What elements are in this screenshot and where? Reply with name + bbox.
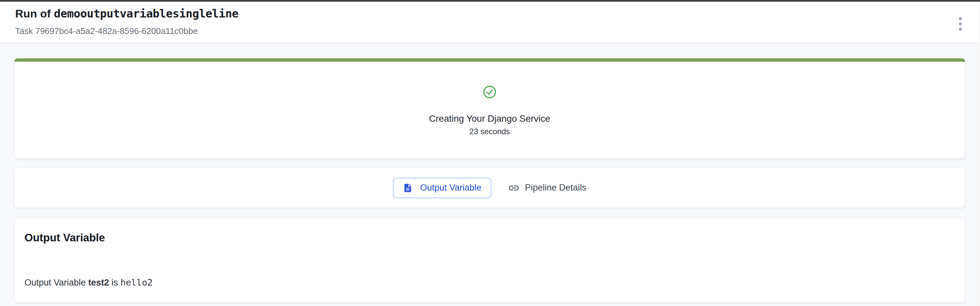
output-variable-line: Output Variable test2 is hello2: [24, 277, 955, 288]
output-line-prefix: Output Variable: [24, 277, 88, 287]
status-accent-bar: [14, 59, 965, 62]
page-header: Run of demooutputvariablesingleline Task…: [0, 2, 980, 43]
tab-pipeline-details-label: Pipeline Details: [525, 183, 586, 193]
status-title: Creating Your Django Service: [429, 113, 550, 124]
tab-output-variable[interactable]: Output Variable: [393, 178, 491, 198]
tab-pipeline-details[interactable]: Pipeline Details: [508, 182, 586, 194]
output-variable-value: hello2: [121, 277, 153, 287]
status-duration: 23 seconds: [469, 127, 510, 136]
output-line-middle: is: [109, 277, 121, 287]
output-variable-name: test2: [88, 277, 109, 287]
tab-output-variable-label: Output Variable: [420, 183, 481, 192]
pipeline-name: demooutputvariablesingleline: [54, 7, 239, 20]
link-icon: [508, 182, 520, 194]
page-title-prefix: Run of: [15, 7, 54, 20]
check-circle-icon: [483, 85, 496, 99]
status-card: Creating Your Django Service 23 seconds: [14, 59, 965, 159]
kebab-menu-icon[interactable]: [952, 15, 968, 33]
output-variable-panel: Output Variable Output Variable test2 is…: [14, 218, 965, 303]
output-variable-heading: Output Variable: [24, 231, 955, 244]
page-title: Run of demooutputvariablesingleline: [15, 7, 239, 20]
task-id: Task 79697bc4-a5a2-482a-8596-6200a11c0bb…: [15, 26, 198, 36]
tab-bar-card: Output Variable Pipeline Details: [14, 168, 965, 208]
document-icon: [403, 182, 413, 193]
scrollbar-track[interactable]: [979, 2, 980, 306]
run-page: Run of demooutputvariablesingleline Task…: [0, 0, 980, 306]
